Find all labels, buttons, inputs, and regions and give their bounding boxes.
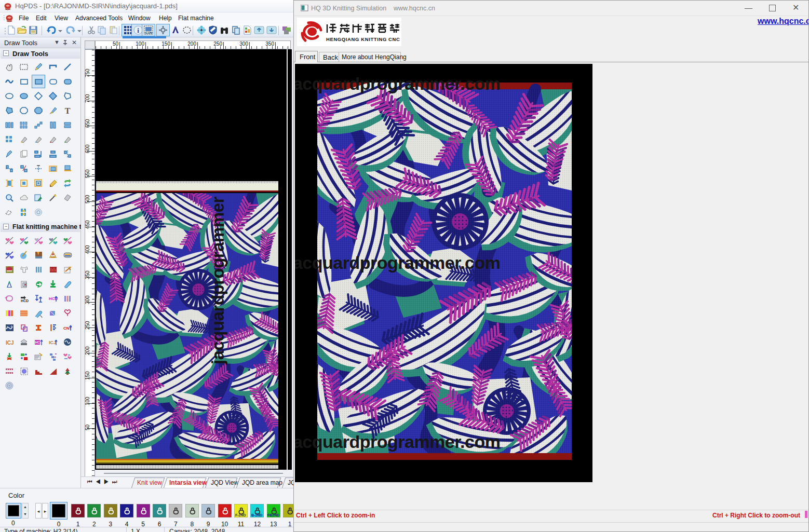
svg-text:i: i [137,26,139,34]
svg-text:ICJ: ICJ [49,340,56,345]
svg-text:B-2ND: B-2ND [251,513,262,517]
svg-text:ICON: ICON [145,31,152,34]
svg-text:FB2ND: FB2ND [267,513,279,517]
svg-text:HCD: HCD [21,299,29,303]
svg-text:T: T [65,106,71,115]
svg-text:F-2ND: F-2ND [235,513,246,517]
svg-text:ICJ: ICJ [6,340,14,346]
